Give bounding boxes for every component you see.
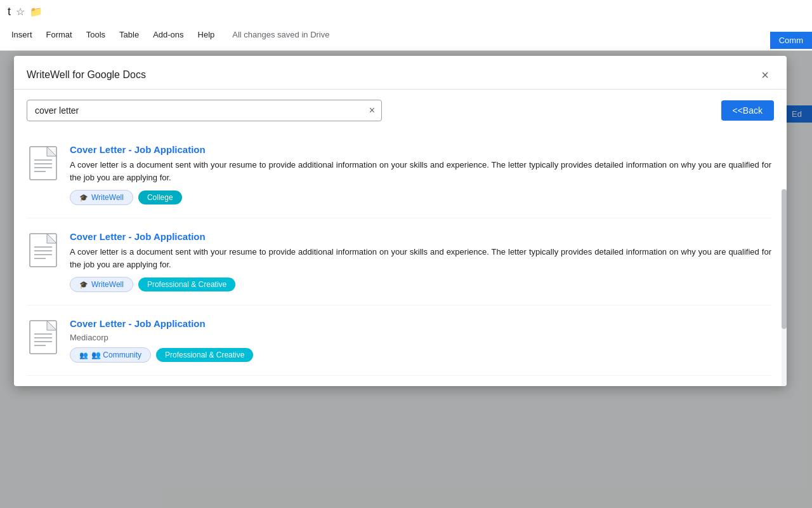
- tag-writewell-2[interactable]: WriteWell: [70, 277, 133, 292]
- writewell-modal: WriteWell for Google Docs × × <<Back: [14, 56, 787, 386]
- svg-rect-5: [30, 234, 56, 267]
- search-box: ×: [27, 100, 382, 121]
- menu-tools[interactable]: Tools: [80, 27, 112, 42]
- tag-writewell-1[interactable]: WriteWell: [70, 190, 133, 205]
- result-description-2: A cover letter is a document sent with y…: [70, 246, 771, 271]
- menu-table[interactable]: Table: [113, 27, 145, 42]
- star-icon[interactable]: ☆: [16, 6, 25, 18]
- main-content: Ed WriteWell for Google Docs × × <<Back: [0, 51, 812, 508]
- result-content: Cover Letter - Job Application A cover l…: [70, 144, 771, 205]
- tag-community-3[interactable]: 👥 Community: [70, 347, 151, 363]
- comment-button[interactable]: Comm: [770, 32, 812, 49]
- result-title-1[interactable]: Cover Letter - Job Application: [70, 144, 771, 155]
- result-item-3: Cover Letter - Job Application Mediacorp…: [27, 305, 771, 376]
- search-input[interactable]: [35, 105, 358, 116]
- menu-addons[interactable]: Add-ons: [147, 27, 190, 42]
- result-description-1: A cover letter is a document sent with y…: [70, 159, 771, 184]
- scrollbar-track[interactable]: [782, 189, 787, 386]
- search-clear-button[interactable]: ×: [369, 105, 375, 116]
- result-doc-icon-2: [27, 231, 60, 269]
- tag-professional-3[interactable]: Professional & Creative: [156, 348, 253, 362]
- menu-format[interactable]: Format: [40, 27, 79, 42]
- modal-header: WriteWell for Google Docs ×: [14, 56, 787, 90]
- menu-help[interactable]: Help: [192, 27, 221, 42]
- result-title-2[interactable]: Cover Letter - Job Application: [70, 231, 771, 242]
- doc-title: t: [8, 5, 11, 18]
- result-content-2: Cover Letter - Job Application A cover l…: [70, 231, 771, 292]
- scrollbar-thumb[interactable]: [782, 189, 787, 329]
- result-content-3: Cover Letter - Job Application Mediacorp…: [70, 318, 771, 363]
- svg-rect-10: [30, 321, 56, 354]
- menu-insert[interactable]: Insert: [5, 27, 39, 42]
- tags-row-3: 👥 Community Professional & Creative: [70, 347, 771, 363]
- back-button[interactable]: <<Back: [721, 100, 774, 121]
- result-doc-icon-3: [27, 318, 60, 356]
- tags-row-1: WriteWell College: [70, 190, 771, 205]
- result-subtitle-3: Mediacorp: [70, 333, 771, 342]
- menu-bar: Insert Format Tools Table Add-ons Help A…: [0, 23, 812, 46]
- result-title-3[interactable]: Cover Letter - Job Application: [70, 318, 771, 329]
- modal-close-button[interactable]: ×: [756, 66, 774, 84]
- tag-professional-2[interactable]: Professional & Creative: [138, 277, 235, 291]
- result-doc-icon: [27, 144, 60, 182]
- toolbar-area: t ☆ 📁 Insert Format Tools Table Add-ons …: [0, 0, 812, 51]
- modal-title: WriteWell for Google Docs: [27, 69, 146, 81]
- result-item-2: Cover Letter - Job Application A cover l…: [27, 218, 771, 305]
- folder-icon[interactable]: 📁: [30, 6, 43, 18]
- search-row: × <<Back: [27, 100, 774, 121]
- tag-college-1[interactable]: College: [138, 190, 182, 204]
- tags-row-2: WriteWell Professional & Creative: [70, 277, 771, 292]
- results-list: Cover Letter - Job Application A cover l…: [27, 131, 774, 376]
- svg-rect-0: [30, 147, 56, 180]
- top-bar: t ☆ 📁: [0, 0, 812, 23]
- autosave-status: All changes saved in Drive: [232, 30, 329, 39]
- result-item: Cover Letter - Job Application A cover l…: [27, 131, 771, 218]
- modal-body: × <<Back: [14, 90, 787, 386]
